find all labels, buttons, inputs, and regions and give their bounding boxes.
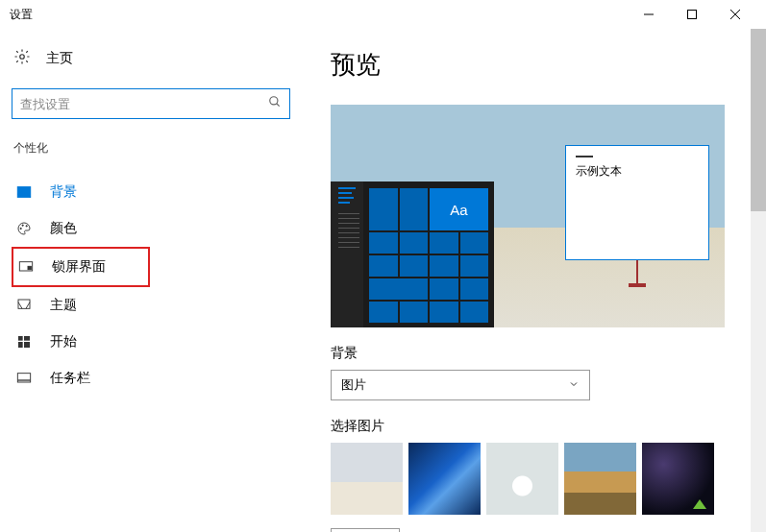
- lockscreen-icon: [17, 259, 35, 275]
- close-button[interactable]: [713, 0, 756, 29]
- svg-point-9: [22, 225, 23, 226]
- nav-label: 任务栏: [50, 370, 90, 387]
- window-title: 设置: [10, 7, 627, 23]
- background-label: 背景: [331, 345, 743, 362]
- choose-picture-label: 选择图片: [331, 418, 743, 435]
- svg-point-8: [20, 228, 21, 229]
- nav-label: 颜色: [50, 220, 77, 237]
- themes-icon: [15, 298, 33, 313]
- nav-lockscreen[interactable]: 锁屏界面: [12, 247, 150, 287]
- picture-icon: [15, 184, 33, 200]
- home-label: 主页: [46, 50, 73, 67]
- svg-point-4: [20, 55, 25, 60]
- nav-colors[interactable]: 颜色: [12, 210, 288, 247]
- palette-icon: [15, 221, 33, 236]
- titlebar: 设置: [0, 0, 766, 29]
- taskbar-icon: [15, 371, 33, 386]
- nav-themes[interactable]: 主题: [12, 287, 288, 324]
- thumbnail-3[interactable]: [486, 443, 558, 515]
- preview-start-menu: Aa: [331, 181, 494, 327]
- start-icon: [15, 334, 33, 350]
- svg-rect-16: [18, 342, 23, 348]
- wallpaper-preview: Aa 示例文本: [331, 105, 725, 327]
- svg-line-6: [277, 104, 280, 107]
- dropdown-value: 图片: [341, 376, 366, 394]
- nav-background[interactable]: 背景: [12, 174, 288, 210]
- browse-button[interactable]: 浏览: [331, 528, 400, 532]
- main-panel: 预览 Aa 示例文本: [298, 29, 766, 532]
- svg-rect-1: [687, 11, 696, 19]
- nav-label: 背景: [50, 183, 77, 201]
- maximize-button[interactable]: [670, 0, 713, 29]
- search-input[interactable]: [20, 97, 268, 111]
- search-icon: [268, 95, 282, 112]
- sample-text: 示例文本: [576, 163, 699, 180]
- svg-point-5: [270, 97, 278, 105]
- home-link[interactable]: 主页: [12, 48, 288, 69]
- nav-label: 锁屏界面: [52, 258, 106, 276]
- minimize-button[interactable]: [627, 0, 670, 29]
- picture-thumbnails: [331, 443, 743, 515]
- nav-taskbar[interactable]: 任务栏: [12, 360, 288, 397]
- thumbnail-4[interactable]: [564, 443, 636, 515]
- preview-window: 示例文本: [565, 145, 709, 260]
- gear-icon: [13, 48, 31, 69]
- sidebar: 主页 个性化 背景 颜色 锁屏界面 主题 开始 任务栏: [0, 29, 298, 532]
- nav-label: 开始: [50, 333, 77, 351]
- nav-start[interactable]: 开始: [12, 324, 288, 360]
- thumbnail-1[interactable]: [331, 443, 403, 515]
- section-title: 个性化: [12, 140, 288, 157]
- svg-rect-17: [24, 342, 30, 348]
- svg-rect-15: [24, 336, 30, 341]
- page-heading: 预览: [331, 48, 743, 82]
- nav-label: 主题: [50, 297, 77, 314]
- svg-rect-14: [18, 336, 23, 341]
- search-box[interactable]: [12, 88, 290, 119]
- svg-rect-13: [18, 300, 30, 308]
- scrollbar[interactable]: [751, 29, 766, 532]
- thumbnail-5[interactable]: [642, 443, 714, 515]
- scrollbar-thumb[interactable]: [751, 29, 766, 211]
- chevron-down-icon: [568, 378, 580, 393]
- svg-point-10: [26, 226, 27, 227]
- preview-tile-text: Aa: [430, 188, 488, 230]
- svg-rect-12: [28, 266, 31, 269]
- thumbnail-2[interactable]: [408, 443, 481, 515]
- background-dropdown[interactable]: 图片: [331, 370, 590, 400]
